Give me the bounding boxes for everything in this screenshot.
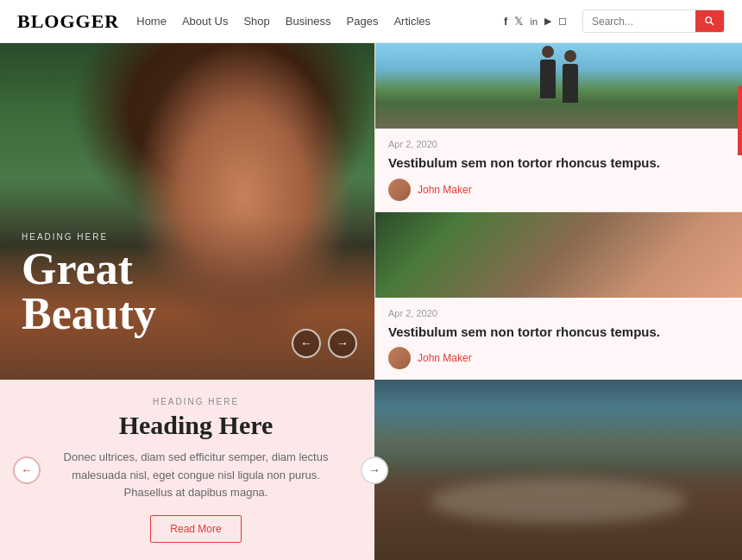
promo-title: Heading Here [52,411,340,440]
search-input[interactable] [583,11,695,32]
top-row: HEADING HERE Great Beauty ← → [0,43,742,380]
twitter-icon[interactable]: 𝕏 [514,15,523,28]
promo-label: HEADING HERE [52,397,340,406]
author-name-1[interactable]: John Maker [418,184,472,196]
card-author-2: John Maker [388,347,729,369]
promo-prev-button[interactable]: ← [13,456,41,484]
hero-section: HEADING HERE Great Beauty ← → [0,43,374,380]
portrait-image [375,212,742,298]
article-card-2: Apr 2, 2020 Vestibulum sem non tortor rh… [375,212,742,381]
card-author-1: John Maker [388,179,729,201]
hiker-1 [540,60,556,98]
promo-content: HEADING HERE Heading Here Donec ultrices… [52,397,340,543]
card-title-1: Vestibulum sem non tortor rhoncus tempus… [388,154,729,172]
hero-title-line2: Beauty [22,289,156,338]
facebook-icon[interactable]: f [504,15,507,28]
search-icon [704,16,715,27]
nav-home[interactable]: Home [136,15,167,28]
author-avatar-1 [388,179,411,201]
header: BLOGGER Home About Us Shop Business Page… [0,0,742,43]
main-nav: Home About Us Shop Business Pages Articl… [136,15,488,28]
instagram-icon[interactable]: ◻ [558,15,567,28]
hiking-image [375,43,742,129]
hero-arrows: ← → [292,329,357,358]
hero-prev-button[interactable]: ← [292,329,321,358]
card-date-1: Apr 2, 2020 [388,139,729,149]
svg-point-0 [706,17,712,23]
search-area [582,9,725,33]
card-title-2: Vestibulum sem non tortor rhoncus tempus… [388,324,729,341]
youtube-icon[interactable]: ▶ [544,16,551,27]
articles-column: Apr 2, 2020 Vestibulum sem non tortor rh… [374,43,742,380]
linkedin-icon[interactable]: in [530,16,538,27]
hero-title: Great Beauty [22,247,353,337]
nav-business[interactable]: Business [286,15,331,28]
card-image-1 [375,43,742,129]
promo-next-button[interactable]: → [361,456,388,484]
card-body-2: Apr 2, 2020 Vestibulum sem non tortor rh… [375,298,742,381]
article-card-1: Apr 2, 2020 Vestibulum sem non tortor rh… [375,43,742,212]
card-body-1: Apr 2, 2020 Vestibulum sem non tortor rh… [375,129,742,211]
nav-pages[interactable]: Pages [347,15,379,28]
hero-next-button[interactable]: → [328,329,357,358]
site-logo: BLOGGER [17,10,119,33]
bottom-row: ← HEADING HERE Heading Here Donec ultric… [0,380,742,560]
svg-line-1 [711,22,714,25]
content-area: HEADING HERE Great Beauty ← → [0,43,742,560]
read-more-button[interactable]: Read More [150,515,241,543]
promo-section: ← HEADING HERE Heading Here Donec ultric… [0,380,374,560]
nav-shop[interactable]: Shop [243,15,269,28]
card-image-2 [375,212,742,298]
nav-articles[interactable]: Articles [393,15,431,28]
search-button[interactable] [695,10,724,32]
hero-title-line1: Great [22,244,133,293]
social-links: f 𝕏 in ▶ ◻ [504,15,567,28]
promo-text: Donec ultrices, diam sed efficitur sempe… [52,449,340,502]
hike-figures [540,60,578,103]
nav-about[interactable]: About Us [182,15,228,28]
hiker-2 [563,64,578,103]
landscape-photo [374,380,742,560]
card-date-2: Apr 2, 2020 [388,308,729,318]
hero-label: HEADING HERE [22,232,353,242]
author-name-2[interactable]: John Maker [418,352,472,364]
scroll-indicator [738,86,742,155]
author-avatar-2 [388,347,411,369]
